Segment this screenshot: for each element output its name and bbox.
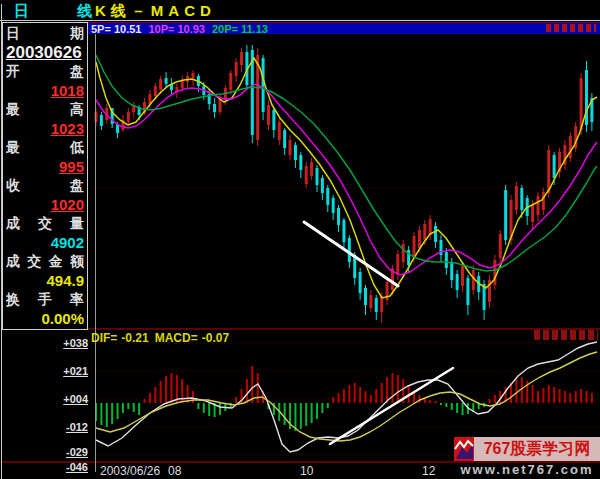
quote-info-panel: 日 期20030626开 盘1018最 高1023最 低995收 盘1020成 … [2, 22, 88, 330]
quote-label: 最 高 [6, 100, 84, 119]
ticker-decoration-macd [534, 330, 598, 340]
quote-value: 0.00% [6, 309, 84, 328]
macd-value: -0.07 [202, 331, 229, 345]
macd-axis-tick: -029 [50, 446, 88, 458]
ma-bar-item-5P: 5P=10.51 [91, 23, 141, 35]
quote-value: 995 [6, 157, 84, 176]
dif-value: -0.21 [121, 331, 148, 345]
quote-value: 4902 [6, 233, 84, 252]
quote-label: 开 盘 [6, 62, 84, 81]
quote-label: 换手率 [6, 290, 84, 309]
ma-bar-item-10P: 10P=10.93 [148, 23, 205, 35]
chart-canvas[interactable] [0, 0, 600, 479]
x-axis-tick: 12 [422, 464, 435, 478]
quote-label: 最 低 [6, 138, 84, 157]
price-trendline[interactable] [304, 222, 398, 286]
watermark-site-name: 767股票学习网 [474, 437, 600, 461]
ma-bar-item-20P: 20P=11.13 [212, 23, 268, 35]
dif-label: DIF= [91, 331, 117, 345]
quote-label: 日 期 [6, 24, 84, 43]
quote-value: 1018 [6, 81, 84, 100]
ma-value-bar: 5P=10.5110P=10.9320P=11.13 [88, 22, 600, 34]
plot-left-frame [95, 22, 96, 472]
watermark-url[interactable]: www.net767.com [454, 461, 600, 477]
ma-line-MA10 [96, 84, 597, 275]
macd-axis-tick: -012 [50, 421, 88, 433]
quote-value: 1023 [6, 119, 84, 138]
macd-axis-tick: +021 [50, 365, 88, 377]
watermark: 767股票学习网 www.net767.com [454, 437, 600, 477]
x-axis-tick: 08 [168, 464, 181, 478]
macd-indicator-header: DIF=-0.21MACD=-0.07 [91, 331, 233, 345]
quote-label: 收 盘 [6, 176, 84, 195]
macd-axis-tick: -046 [50, 461, 88, 473]
quote-label: 成 交 量 [6, 214, 84, 233]
quote-label: 成交金额 [6, 252, 84, 271]
candles-layer [95, 45, 594, 323]
macd-axis-tick: +004 [50, 393, 88, 405]
quote-value: 1020 [6, 195, 84, 214]
watermark-logo-icon [454, 437, 474, 461]
ticker-decoration-top [546, 24, 596, 32]
quote-value: 20030626 [6, 43, 84, 62]
macd-label: MACD= [155, 331, 198, 345]
macd-axis-tick: +038 [50, 337, 88, 349]
x-axis-tick: 10 [300, 464, 313, 478]
x-axis-tick: 2003/06/26 [100, 464, 160, 478]
quote-value: 494.9 [6, 271, 84, 290]
